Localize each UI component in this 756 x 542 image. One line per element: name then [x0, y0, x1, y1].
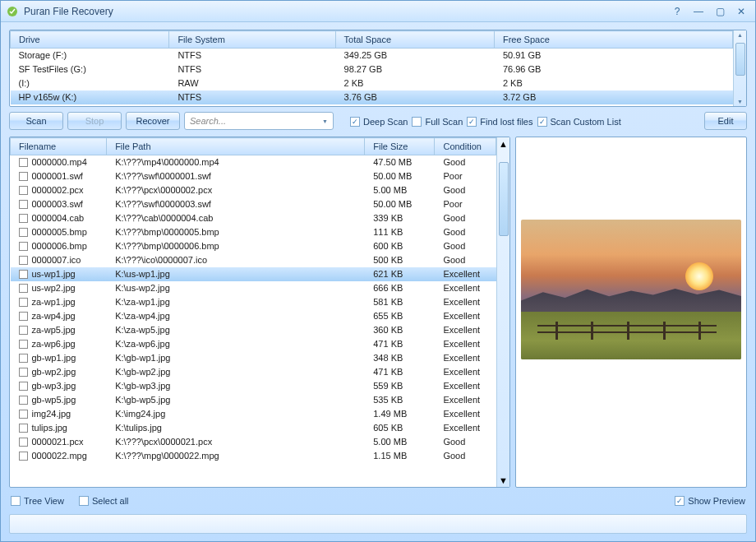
drive-row[interactable]: SF TestFiles (G:)NTFS98.27 GB76.96 GB — [11, 63, 733, 76]
find-lost-checkbox[interactable]: ✓Find lost files — [467, 112, 532, 132]
toolbar: Scan Stop Recover Search... ▼ ✓Deep Scan… — [9, 112, 747, 132]
file-scrollbar[interactable]: ▲ ▼ — [496, 137, 509, 487]
file-list-panel: Filename File Path File Size Condition 0… — [9, 137, 510, 488]
chevron-down-icon[interactable]: ▼ — [322, 118, 328, 124]
file-col-cond[interactable]: Condition — [435, 138, 496, 155]
file-row[interactable]: gb-wp1.jpgK:\gb-wp1.jpg348 KBExcellent — [11, 351, 496, 365]
drive-col-name[interactable]: Drive — [11, 31, 169, 49]
tree-view-checkbox[interactable]: Tree View — [11, 496, 64, 506]
preview-panel — [515, 137, 747, 488]
file-col-name[interactable]: Filename — [11, 138, 107, 155]
file-checkbox[interactable] — [19, 242, 28, 251]
file-checkbox[interactable] — [19, 424, 28, 433]
file-row[interactable]: za-wp4.jpgK:\za-wp4.jpg655 KBExcellent — [11, 309, 496, 323]
file-row[interactable]: 0000007.icoK:\???\ico\0000007.ico500 KBG… — [11, 253, 496, 267]
file-row[interactable]: 0000022.mpgK:\???\mpg\0000022.mpg1.15 MB… — [11, 449, 496, 463]
window-title: Puran File Recovery — [24, 6, 668, 17]
footer-bar: Tree View Select all ✓Show Preview — [9, 493, 747, 509]
scrollbar-thumb[interactable] — [499, 162, 509, 236]
file-row[interactable]: img24.jpgK:\img24.jpg1.49 MBExcellent — [11, 407, 496, 421]
file-checkbox[interactable] — [19, 284, 28, 293]
edit-button[interactable]: Edit — [704, 112, 747, 130]
drive-col-free[interactable]: Free Space — [494, 31, 732, 49]
maximize-button[interactable]: ▢ — [711, 5, 729, 18]
file-checkbox[interactable] — [19, 172, 28, 181]
file-checkbox[interactable] — [19, 438, 28, 447]
file-checkbox[interactable] — [19, 200, 28, 209]
file-row[interactable]: za-wp6.jpgK:\za-wp6.jpg471 KBExcellent — [11, 337, 496, 351]
content-area: Drive File System Total Space Free Space… — [1, 22, 755, 541]
file-row[interactable]: us-wp1.jpgK:\us-wp1.jpg621 KBExcellent — [11, 267, 496, 281]
file-checkbox[interactable] — [19, 410, 28, 419]
file-row[interactable]: za-wp5.jpgK:\za-wp5.jpg360 KBExcellent — [11, 323, 496, 337]
show-preview-checkbox[interactable]: ✓Show Preview — [675, 496, 745, 506]
file-checkbox[interactable] — [19, 214, 28, 223]
drive-row[interactable]: (I:)RAW2 KB2 KB — [11, 76, 733, 90]
file-col-path[interactable]: File Path — [107, 138, 365, 155]
drive-col-total[interactable]: Total Space — [335, 31, 494, 49]
search-placeholder: Search... — [190, 116, 226, 126]
scan-custom-checkbox[interactable]: ✓Scan Custom List — [537, 112, 621, 132]
file-checkbox[interactable] — [19, 396, 28, 405]
app-icon — [6, 5, 19, 18]
file-checkbox[interactable] — [19, 270, 28, 279]
close-button[interactable]: ✕ — [732, 5, 750, 18]
file-row[interactable]: 0000001.swfK:\???\swf\0000001.swf50.00 M… — [11, 169, 496, 183]
scroll-up-icon[interactable]: ▲ — [499, 139, 508, 149]
scrollbar-thumb[interactable] — [735, 43, 745, 76]
file-row[interactable]: gb-wp3.jpgK:\gb-wp3.jpg559 KBExcellent — [11, 379, 496, 393]
file-row[interactable]: 0000006.bmpK:\???\bmp\0000006.bmp600 KBG… — [11, 239, 496, 253]
select-all-checkbox[interactable]: Select all — [79, 496, 129, 506]
drive-row[interactable]: Storage (F:)NTFS349.25 GB50.91 GB — [11, 49, 733, 63]
drive-row[interactable]: HP v165w (K:)NTFS3.76 GB3.72 GB — [11, 90, 733, 104]
preview-image — [521, 220, 741, 359]
file-row[interactable]: 0000003.swfK:\???\swf\0000003.swf50.00 M… — [11, 197, 496, 211]
file-row[interactable]: gb-wp5.jpgK:\gb-wp5.jpg535 KBExcellent — [11, 393, 496, 407]
middle-area: Filename File Path File Size Condition 0… — [9, 137, 747, 488]
titlebar: Puran File Recovery ? — ▢ ✕ — [1, 1, 755, 22]
drive-table: Drive File System Total Space Free Space… — [10, 30, 733, 106]
file-row[interactable]: 0000004.cabK:\???\cab\0000004.cab339 KBG… — [11, 211, 496, 225]
drive-col-fs[interactable]: File System — [169, 31, 335, 49]
file-checkbox[interactable] — [19, 298, 28, 307]
file-checkbox[interactable] — [19, 186, 28, 195]
file-row[interactable]: us-wp2.jpgK:\us-wp2.jpg666 KBExcellent — [11, 281, 496, 295]
file-row[interactable]: 0000005.bmpK:\???\bmp\0000005.bmp111 KBG… — [11, 225, 496, 239]
file-checkbox[interactable] — [19, 228, 28, 237]
app-window: Puran File Recovery ? — ▢ ✕ Drive File S… — [0, 0, 756, 542]
deep-scan-checkbox[interactable]: ✓Deep Scan — [350, 112, 408, 132]
recover-button[interactable]: Recover — [126, 112, 180, 130]
file-row[interactable]: tulips.jpgK:\tulips.jpg605 KBExcellent — [11, 421, 496, 435]
drive-list-panel: Drive File System Total Space Free Space… — [9, 30, 747, 107]
scroll-up-icon[interactable]: ▲ — [737, 32, 743, 38]
file-checkbox[interactable] — [19, 382, 28, 391]
scroll-down-icon[interactable]: ▼ — [499, 475, 508, 485]
file-checkbox[interactable] — [19, 326, 28, 335]
file-row[interactable]: gb-wp2.jpgK:\gb-wp2.jpg471 KBExcellent — [11, 365, 496, 379]
file-row[interactable]: 0000021.pcxK:\???\pcx\0000021.pcx5.00 MB… — [11, 435, 496, 449]
file-checkbox[interactable] — [19, 368, 28, 377]
search-input[interactable]: Search... ▼ — [184, 112, 334, 130]
file-col-size[interactable]: File Size — [365, 138, 435, 155]
stop-button[interactable]: Stop — [67, 112, 122, 130]
help-button[interactable]: ? — [668, 5, 686, 18]
file-checkbox[interactable] — [19, 452, 28, 461]
scan-button[interactable]: Scan — [9, 112, 63, 130]
file-row[interactable]: 0000000.mp4K:\???\mp4\0000000.mp447.50 M… — [11, 155, 496, 169]
minimize-button[interactable]: — — [689, 5, 708, 18]
file-row[interactable]: 0000002.pcxK:\???\pcx\0000002.pcx5.00 MB… — [11, 183, 496, 197]
file-checkbox[interactable] — [19, 312, 28, 321]
full-scan-checkbox[interactable]: Full Scan — [412, 112, 463, 132]
file-checkbox[interactable] — [19, 354, 28, 363]
drive-scrollbar[interactable]: ▲ ▼ — [733, 30, 746, 106]
file-checkbox[interactable] — [19, 340, 28, 349]
status-bar — [9, 514, 747, 534]
scroll-down-icon[interactable]: ▼ — [737, 99, 743, 104]
drive-row[interactable]: Physical Drive 0RAW596.17 GB — [11, 104, 733, 107]
file-checkbox[interactable] — [19, 256, 28, 265]
file-row[interactable]: za-wp1.jpgK:\za-wp1.jpg581 KBExcellent — [11, 295, 496, 309]
file-table: Filename File Path File Size Condition 0… — [10, 137, 496, 463]
file-checkbox[interactable] — [19, 158, 28, 167]
window-controls: ? — ▢ ✕ — [668, 5, 750, 18]
